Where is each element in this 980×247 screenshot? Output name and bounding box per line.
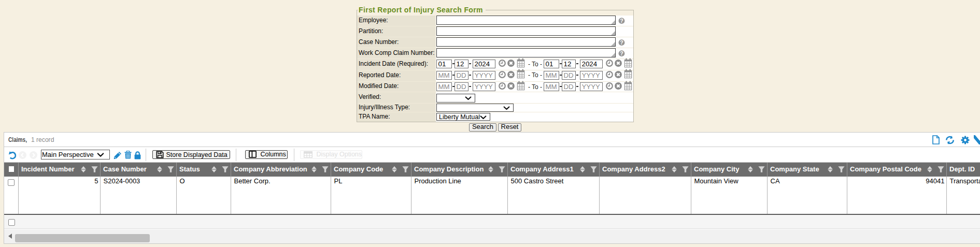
svg-text:?: ? — [620, 18, 623, 24]
svg-text:?: ? — [620, 50, 623, 56]
svg-text:?: ? — [620, 39, 623, 46]
